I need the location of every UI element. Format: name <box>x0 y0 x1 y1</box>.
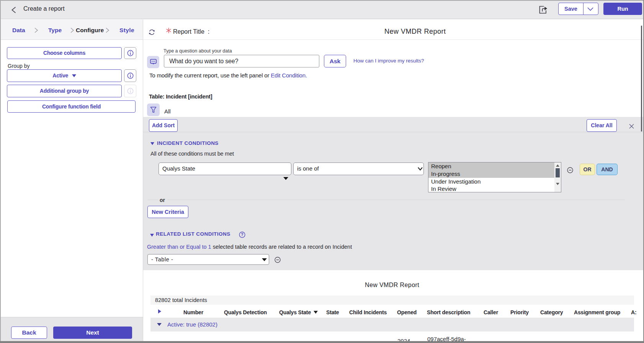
svg-text:?: ? <box>241 232 243 237</box>
